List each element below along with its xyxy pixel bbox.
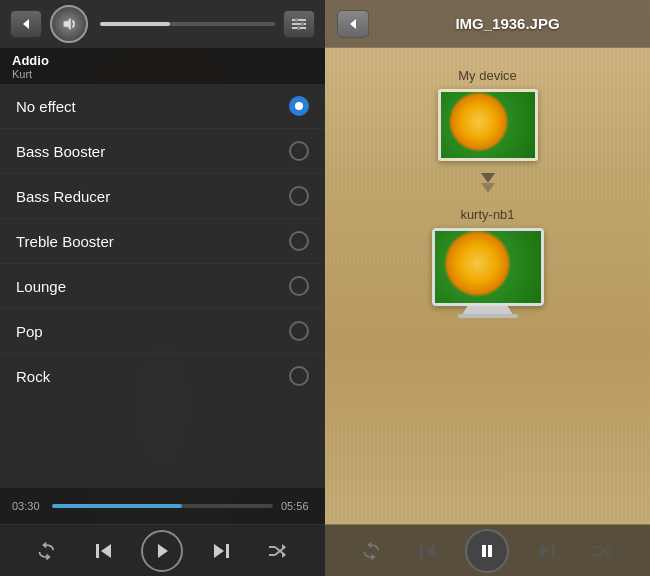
effect-item-rock[interactable]: Rock (0, 354, 325, 398)
kurty-device-image (435, 231, 541, 303)
effect-item-lounge[interactable]: Lounge (0, 264, 325, 309)
right-content: My device kurty-nb1 (325, 48, 650, 524)
radio-bass-booster (289, 141, 309, 161)
svg-marker-33 (607, 552, 611, 558)
effect-item-pop[interactable]: Pop (0, 309, 325, 354)
speaker-icon (60, 15, 78, 33)
volume-fill (100, 22, 170, 26)
volume-slider[interactable] (100, 22, 275, 26)
song-artist: Kurt (12, 68, 313, 80)
kurty-device-section: kurty-nb1 (432, 207, 544, 318)
pause-icon (478, 542, 496, 560)
right-prev-button[interactable] (410, 533, 446, 569)
radio-bass-reducer (289, 186, 309, 206)
effect-item-bass-booster[interactable]: Bass Booster (0, 129, 325, 174)
right-prev-icon (417, 540, 439, 562)
svg-rect-6 (301, 22, 304, 26)
my-device-thumbnail[interactable] (438, 89, 538, 161)
kurty-device-label: kurty-nb1 (460, 207, 514, 222)
next-button[interactable] (203, 533, 239, 569)
right-panel: IMG_1936.JPG My device kurty-nb1 (325, 0, 650, 576)
back-button[interactable] (10, 10, 42, 38)
right-repeat-icon (362, 540, 384, 562)
effect-item-bass-reducer[interactable]: Bass Reducer (0, 174, 325, 219)
svg-rect-26 (552, 544, 555, 558)
effect-item-treble-booster[interactable]: Treble Booster (0, 219, 325, 264)
equalizer-button[interactable] (283, 10, 315, 38)
left-header (0, 0, 325, 48)
monitor-base (463, 306, 513, 314)
right-shuffle-icon (591, 540, 613, 562)
speaker-button[interactable] (50, 5, 88, 43)
svg-marker-23 (425, 544, 435, 558)
svg-rect-22 (420, 544, 423, 558)
svg-rect-7 (297, 26, 300, 30)
down-arrow-icon (481, 173, 495, 195)
time-current: 03:30 (12, 500, 44, 512)
radio-no-effect (289, 96, 309, 116)
eq-icon (290, 17, 308, 31)
back-icon (19, 17, 33, 31)
right-back-icon (346, 17, 360, 31)
effect-label-treble-booster: Treble Booster (16, 233, 114, 250)
monitor-screen (432, 228, 544, 306)
my-device-section: My device (438, 68, 538, 161)
svg-marker-0 (23, 19, 29, 29)
svg-rect-11 (226, 544, 229, 558)
effect-label-rock: Rock (16, 368, 50, 385)
left-panel: Addio Kurt No effectBass BoosterBass Red… (0, 0, 325, 576)
song-info: Addio Kurt (0, 48, 325, 84)
monitor-container[interactable] (432, 228, 544, 318)
svg-marker-17 (282, 544, 286, 550)
radio-lounge (289, 276, 309, 296)
progress-bar[interactable] (52, 504, 273, 508)
svg-marker-20 (481, 173, 495, 183)
radio-treble-booster (289, 231, 309, 251)
effect-label-lounge: Lounge (16, 278, 66, 295)
repeat-button[interactable] (30, 533, 66, 569)
shuffle-icon (266, 540, 288, 562)
shuffle-button[interactable] (259, 533, 295, 569)
svg-marker-9 (101, 544, 111, 558)
right-repeat-button[interactable] (355, 533, 391, 569)
svg-rect-5 (295, 18, 298, 22)
svg-marker-27 (540, 544, 550, 558)
prev-icon (93, 540, 115, 562)
svg-marker-19 (350, 19, 356, 29)
next-icon (210, 540, 232, 562)
play-icon (153, 542, 171, 560)
right-shuffle-button[interactable] (584, 533, 620, 569)
my-device-label: My device (458, 68, 517, 83)
time-total: 05:56 (281, 500, 313, 512)
svg-rect-8 (96, 544, 99, 558)
playback-controls-left (0, 524, 325, 576)
transfer-arrows (481, 173, 495, 195)
svg-marker-32 (607, 544, 611, 550)
effect-item-no-effect[interactable]: No effect (0, 84, 325, 129)
effect-menu: No effectBass BoosterBass ReducerTreble … (0, 84, 325, 488)
right-next-button[interactable] (529, 533, 565, 569)
svg-marker-21 (481, 183, 495, 193)
prev-button[interactable] (86, 533, 122, 569)
radio-pop (289, 321, 309, 341)
radio-rock (289, 366, 309, 386)
progress-area: 03:30 05:56 (0, 488, 325, 524)
effect-label-no-effect: No effect (16, 98, 76, 115)
my-device-image (441, 92, 535, 158)
right-title: IMG_1936.JPG (377, 15, 638, 32)
pause-button[interactable] (465, 529, 509, 573)
play-button[interactable] (141, 530, 183, 572)
right-back-button[interactable] (337, 10, 369, 38)
effect-label-bass-reducer: Bass Reducer (16, 188, 110, 205)
effect-label-bass-booster: Bass Booster (16, 143, 105, 160)
svg-marker-18 (282, 552, 286, 558)
svg-marker-1 (64, 18, 71, 31)
right-next-icon (536, 540, 558, 562)
monitor-foot (458, 314, 518, 318)
progress-fill (52, 504, 182, 508)
svg-marker-12 (214, 544, 224, 558)
song-title: Addio (12, 53, 313, 68)
right-header: IMG_1936.JPG (325, 0, 650, 48)
svg-rect-24 (482, 545, 486, 557)
svg-marker-10 (158, 544, 168, 558)
